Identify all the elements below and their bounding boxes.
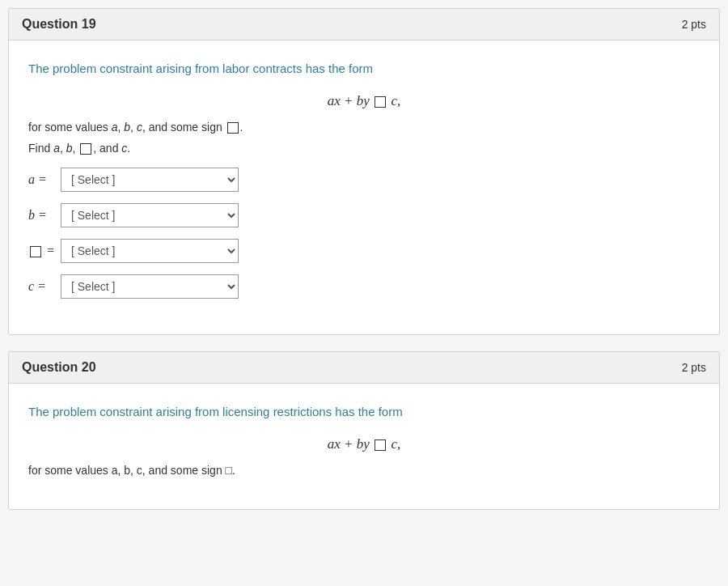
question-20-subtitle: for some values a, b, c, and some sign □… [28, 464, 700, 477]
subtitle-checkbox-1 [227, 122, 239, 134]
question-19-body: The problem constraint arising from labo… [9, 40, 719, 334]
c-row: c = [ Select ] [28, 274, 700, 299]
c-select[interactable]: [ Select ] [61, 274, 239, 299]
b-row: b = [ Select ] [28, 203, 700, 227]
question-19-subtitle: for some values a, b, c, and some sign . [28, 121, 700, 134]
find-checkbox-1 [80, 143, 91, 155]
question-20-points: 2 pts [682, 361, 706, 374]
question-20-formula: ax + by c, [28, 436, 700, 452]
sign-select[interactable]: [ Select ] [61, 239, 239, 263]
b-select[interactable]: [ Select ] [61, 203, 239, 227]
question-20-description: The problem constraint arising from lice… [28, 403, 700, 422]
sign-label: = [28, 244, 61, 258]
sign-checkbox [30, 246, 41, 257]
question-20-body: The problem constraint arising from lice… [9, 384, 719, 509]
a-label: a = [28, 172, 61, 187]
a-row: a = [ Select ] [28, 168, 700, 192]
question-19-formula: ax + by c, [28, 93, 700, 109]
b-label: b = [28, 208, 61, 223]
question-20-title: Question 20 [22, 360, 96, 375]
question-19-card: Question 19 2 pts The problem constraint… [8, 8, 720, 335]
question-19-title: Question 19 [22, 17, 96, 32]
c-label: c = [28, 279, 61, 294]
question-19-points: 2 pts [682, 18, 706, 31]
question-19-find: Find a, b, , and c. [28, 142, 700, 155]
a-select[interactable]: [ Select ] [61, 168, 239, 192]
question-19-header: Question 19 2 pts [9, 9, 719, 40]
formula-checkbox-1 [375, 96, 386, 108]
question-20-card: Question 20 2 pts The problem constraint… [8, 351, 720, 510]
question-20-header: Question 20 2 pts [9, 352, 719, 384]
question-19-description: The problem constraint arising from labo… [28, 60, 700, 79]
sign-row: = [ Select ] [28, 239, 700, 263]
formula-checkbox-2 [375, 440, 386, 451]
